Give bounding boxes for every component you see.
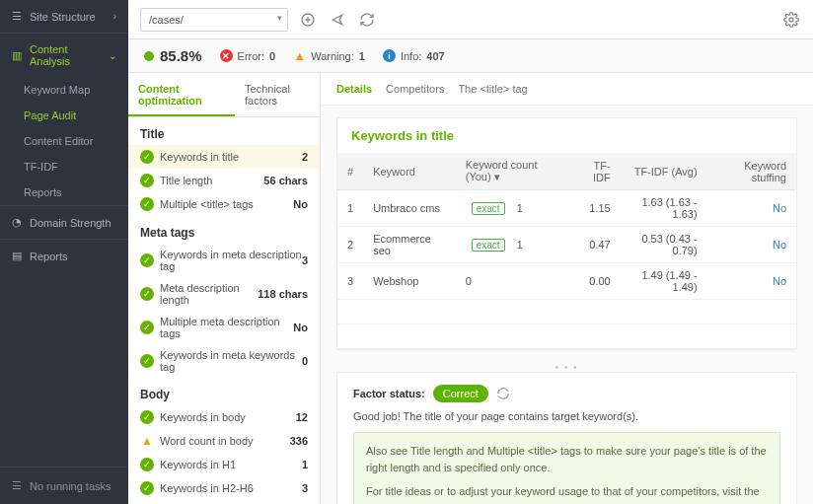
column-header[interactable]: # bbox=[337, 153, 363, 190]
tasks-icon: ☰ bbox=[12, 479, 22, 492]
table-cell: 0.47 bbox=[570, 227, 621, 263]
check-icon: ✓ bbox=[140, 410, 154, 424]
column-header[interactable]: TF-IDF bbox=[570, 153, 621, 190]
gauge-icon: ◔ bbox=[12, 216, 22, 229]
factor-label: Keywords in H2-H6 bbox=[160, 482, 302, 494]
value: 0 bbox=[269, 50, 275, 62]
factor-value: 336 bbox=[290, 435, 308, 447]
check-icon: ✓ bbox=[140, 253, 154, 267]
table-cell: 0.53 (0.43 - 0.79) bbox=[621, 227, 707, 263]
table-cell: 1.15 bbox=[570, 190, 621, 227]
nav-keyword-map[interactable]: Keyword Map bbox=[0, 77, 128, 103]
status-block: Factor status: Correct Good job! The tit… bbox=[336, 372, 797, 504]
list-icon: ☰ bbox=[12, 10, 22, 23]
nav-reports-sub[interactable]: Reports bbox=[0, 180, 128, 205]
exact-badge: exact bbox=[472, 202, 505, 215]
factor-row[interactable]: ✓Keywords in meta description tag3 bbox=[128, 244, 320, 277]
table-row[interactable]: 3Webshop00.001.49 (1.49 - 1.49)No bbox=[337, 263, 796, 300]
tab-details[interactable]: Details bbox=[336, 83, 372, 99]
table-row-empty bbox=[337, 324, 796, 349]
factor-row[interactable]: ✓Keywords in title2 bbox=[128, 145, 320, 169]
url-select[interactable] bbox=[140, 8, 288, 32]
value: 407 bbox=[426, 50, 444, 62]
factor-row[interactable]: ✓Keywords in meta keywords tag0 bbox=[128, 344, 320, 378]
factor-row[interactable]: ✓Keywords in H11 bbox=[128, 453, 320, 476]
refresh-status-button[interactable] bbox=[496, 387, 510, 400]
resize-handle[interactable]: ● ● ● bbox=[325, 362, 809, 372]
error-icon: ✕ bbox=[220, 49, 233, 62]
factor-tabs: Content optimization Technical factors bbox=[128, 73, 320, 117]
factor-value: 3 bbox=[302, 482, 308, 494]
table-row[interactable]: 2Ecommerce seoexact 10.470.53 (0.43 - 0.… bbox=[337, 227, 796, 263]
check-icon: ✓ bbox=[140, 287, 154, 301]
label: Info: bbox=[401, 50, 421, 62]
settings-button[interactable] bbox=[781, 10, 801, 30]
tab-content-optimization[interactable]: Content optimization bbox=[128, 73, 235, 116]
check-icon: ✓ bbox=[140, 150, 154, 164]
factor-value: 2 bbox=[302, 151, 308, 163]
tab-technical-factors[interactable]: Technical factors bbox=[235, 73, 320, 116]
table-cell: 0 bbox=[456, 263, 570, 300]
sidebar: ☰ Site Structure › ▥ Content Analysis ⌄ … bbox=[0, 0, 128, 504]
factor-row[interactable]: ✓Meta description length118 chars bbox=[128, 277, 320, 311]
details-tabs: Details Competitors The <title> tag bbox=[321, 73, 813, 106]
status-pill: Correct bbox=[433, 385, 488, 402]
status-row: Factor status: Correct bbox=[353, 385, 780, 402]
factor-row[interactable]: ✓Keywords in bold1 bbox=[128, 500, 320, 504]
add-button[interactable] bbox=[298, 10, 318, 30]
nav-content-analysis[interactable]: ▥ Content Analysis ⌄ bbox=[0, 34, 128, 77]
chevron-right-icon: › bbox=[113, 11, 116, 22]
info-stat[interactable]: i Info: 407 bbox=[383, 49, 445, 62]
table-cell: 2 bbox=[337, 227, 363, 263]
factor-row[interactable]: ✓Multiple <title> tagsNo bbox=[128, 192, 320, 216]
table-cell: No bbox=[707, 263, 796, 300]
table-cell: No bbox=[707, 227, 796, 263]
column-header[interactable]: TF-IDF (Avg) bbox=[621, 153, 707, 190]
refresh-button[interactable] bbox=[357, 10, 377, 30]
column-header[interactable]: Keyword stuffing bbox=[707, 153, 796, 190]
table-cell: Ecommerce seo bbox=[363, 227, 456, 263]
column-header[interactable]: Keyword bbox=[363, 153, 456, 190]
tip-text-1: Also see Title length and Multiple <titl… bbox=[366, 443, 768, 475]
factors-panel: Content optimization Technical factors T… bbox=[128, 73, 321, 504]
column-header[interactable]: Keyword count (You) ▾ bbox=[456, 153, 570, 190]
nav-reports[interactable]: ▤ Reports bbox=[0, 240, 128, 272]
label: Warning: bbox=[311, 50, 354, 62]
share-button[interactable] bbox=[328, 10, 347, 30]
nav-domain-strength[interactable]: ◔ Domain Strength bbox=[0, 205, 128, 240]
tab-title-tag[interactable]: The <title> tag bbox=[458, 83, 527, 99]
warning-stat[interactable]: ▲ Warning: 1 bbox=[293, 49, 365, 62]
tasks-bar[interactable]: ☰ No running tasks bbox=[0, 467, 128, 504]
card-heading: Keywords in title bbox=[337, 118, 796, 153]
status-dot-icon bbox=[144, 51, 154, 61]
factor-value: No bbox=[293, 322, 308, 333]
factor-label: Meta description length bbox=[160, 282, 258, 306]
nav-site-structure[interactable]: ☰ Site Structure › bbox=[0, 0, 128, 34]
label: Error: bbox=[238, 50, 265, 62]
factor-row[interactable]: ✓Multiple meta description tagsNo bbox=[128, 311, 320, 344]
factor-row[interactable]: ✓Keywords in body12 bbox=[128, 405, 320, 429]
factor-row[interactable]: ▲Word count in body336 bbox=[128, 429, 320, 453]
table-row[interactable]: 1Umbraco cmsexact 11.151.63 (1.63 - 1.63… bbox=[337, 190, 796, 227]
factor-row[interactable]: ✓Title length56 chars bbox=[128, 169, 320, 192]
status-message: Good job! The title of your page contain… bbox=[353, 410, 780, 422]
chevron-down-icon: ⌄ bbox=[109, 50, 116, 61]
tip-text-2: For title ideas or to adjust your keywor… bbox=[366, 483, 768, 504]
table-cell: 0.00 bbox=[570, 263, 621, 300]
factor-value: 1 bbox=[302, 459, 308, 470]
nav-content-editor[interactable]: Content Editor bbox=[0, 128, 128, 154]
content-area: Content optimization Technical factors T… bbox=[128, 73, 813, 504]
factor-label: Multiple meta description tags bbox=[160, 316, 293, 339]
nav-tf-idf[interactable]: TF-IDF bbox=[0, 154, 128, 180]
factor-label: Keywords in title bbox=[160, 151, 302, 163]
factor-value: 118 chars bbox=[258, 288, 308, 300]
factor-row[interactable]: ✓Keywords in H2-H63 bbox=[128, 476, 320, 500]
error-stat[interactable]: ✕ Error: 0 bbox=[220, 49, 276, 62]
check-icon: ✓ bbox=[140, 321, 154, 334]
tab-competitors[interactable]: Competitors bbox=[386, 83, 444, 99]
factor-label: Keywords in H1 bbox=[160, 459, 302, 470]
factor-value: No bbox=[293, 198, 308, 210]
table-cell: 1 bbox=[337, 190, 363, 227]
factor-label: Keywords in body bbox=[160, 411, 296, 423]
nav-page-audit[interactable]: Page Audit bbox=[0, 103, 128, 128]
